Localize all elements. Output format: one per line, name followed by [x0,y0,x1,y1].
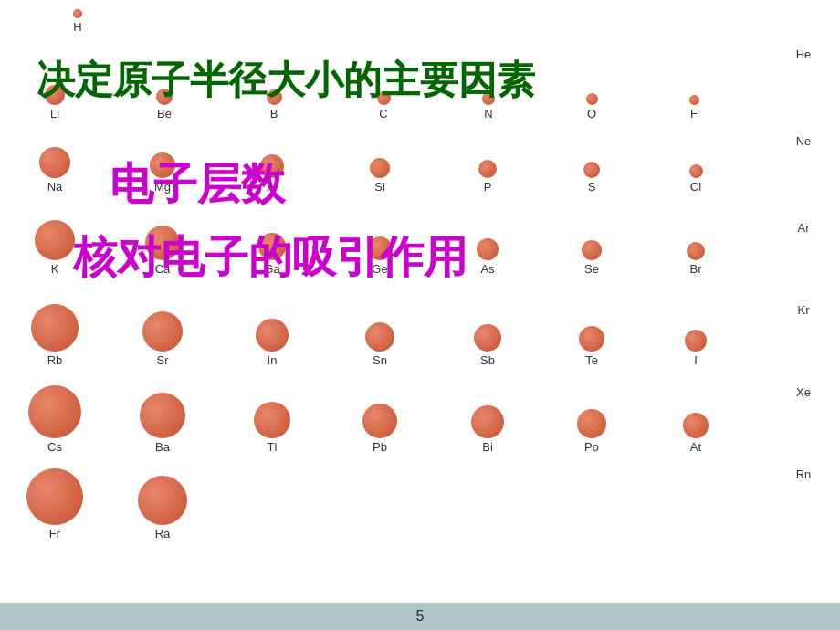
element-tl: Tl [254,402,290,454]
element-in: In [256,319,289,367]
element-label-br: Br [690,262,702,276]
element-label-cs: Cs [47,440,62,454]
element-label-si: Si [374,180,385,194]
element-label-in: In [268,353,278,367]
element-label-c: C [379,107,387,121]
element-na: Na [39,147,70,194]
element-label-b: B [270,107,278,121]
element-label-n: N [484,107,492,121]
slide-title: 决定原子半径大小的主要因素 [37,55,535,106]
element-label-tl: Tl [268,440,278,454]
subtitle-electron-layers: 电子层数 [110,155,285,214]
element-label-he: He [796,47,812,61]
element-h: H [73,9,82,34]
element-label-ra: Ra [155,527,171,541]
element-label-fr: Fr [49,527,60,541]
element-f: F [689,95,699,121]
page-number: 5 [416,608,425,625]
element-label-po: Po [584,440,599,454]
element-sn: Sn [365,322,394,367]
element-label-s: S [588,180,596,194]
element-label-o: O [587,107,596,121]
element-sr: Sr [142,311,183,367]
element-label-pb: Pb [373,440,387,454]
slide: HHeLiBeBCNOFNeNaMgAlSiPSClArKCaGaGeAsSeB… [0,0,840,603]
element-s: S [583,162,600,194]
element-k: K [35,220,75,276]
element-label-at: At [690,440,701,454]
element-label-ne: Ne [796,134,812,148]
element-label-li: Li [50,107,59,121]
element-label-i: I [694,353,698,367]
element-label-cl: Cl [690,180,701,194]
element-label-bi: Bi [482,440,493,454]
element-label-xe: Xe [796,385,811,399]
element-bi: Bi [471,405,504,454]
element-label-te: Te [585,353,598,367]
element-label-se: Se [584,262,599,276]
element-o: O [586,93,598,121]
subtitle-nuclear-attraction: 核对电子的吸引作用 [73,228,467,287]
element-cs: Cs [28,385,81,454]
element-label-na: Na [47,180,63,194]
element-br: Br [687,242,705,276]
element-as: As [477,238,499,276]
element-label-k: K [51,262,59,276]
element-label-sr: Sr [157,353,169,367]
element-fr: Fr [26,468,83,541]
element-rb: Rb [31,304,79,367]
element-p: P [478,160,497,194]
element-si: Si [370,158,390,194]
element-cl: Cl [689,164,703,194]
element-te: Te [579,326,604,367]
element-label-kr: Kr [798,303,810,317]
element-label-ar: Ar [798,221,810,235]
element-sb: Sb [474,324,501,367]
element-label-sn: Sn [373,353,387,367]
element-at: At [683,413,709,454]
element-label-ba: Ba [155,440,170,454]
element-label-as: As [480,262,494,276]
element-ba: Ba [140,393,185,454]
element-se: Se [582,240,602,276]
element-label-rn: Rn [796,467,812,481]
element-label-f: F [690,107,698,121]
element-label-p: P [484,180,492,194]
element-label-rb: Rb [47,353,63,367]
element-label-be: Be [157,107,172,121]
element-label-sb: Sb [480,353,495,367]
slide-footer: 5 [0,603,840,630]
element-label-h: H [73,20,81,34]
element-po: Po [577,409,606,454]
element-ra: Ra [138,476,187,541]
element-pb: Pb [362,404,397,454]
element-i: I [685,330,707,367]
